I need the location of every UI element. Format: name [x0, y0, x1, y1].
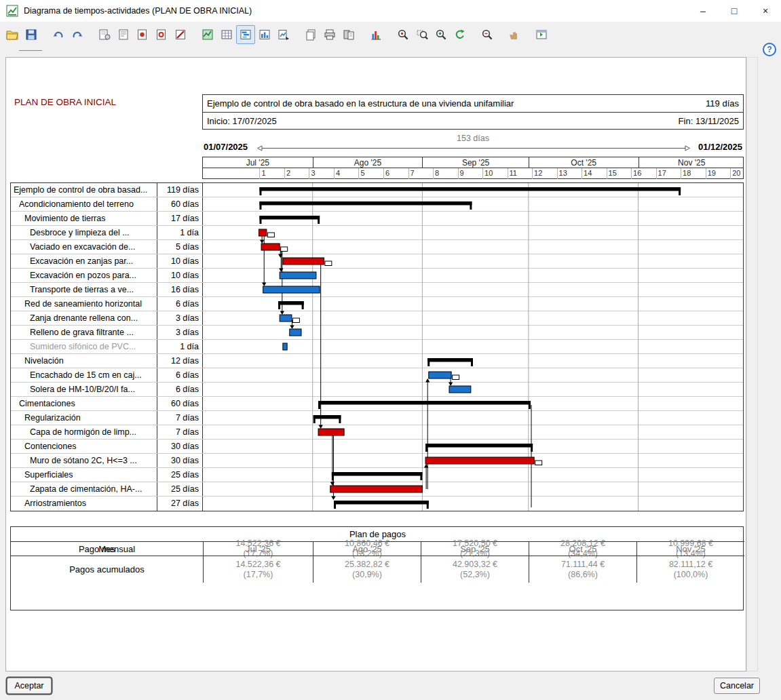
summary-cap	[318, 401, 320, 409]
chart-config-icon[interactable]	[198, 25, 217, 44]
close-button[interactable]: ×	[750, 0, 781, 22]
record-point-alt-icon[interactable]	[152, 25, 171, 44]
summary-cap	[427, 358, 430, 366]
gantt-view-icon[interactable]	[236, 25, 255, 44]
minimize-button[interactable]: –	[687, 0, 719, 22]
record-point-icon[interactable]	[133, 25, 152, 44]
edit-mark-icon[interactable]	[171, 25, 190, 44]
week-tick	[408, 168, 409, 179]
gantt-endbox	[453, 375, 459, 380]
gantt-bar-task	[280, 272, 316, 279]
gantt-bar-task	[259, 229, 266, 236]
summary-cap	[427, 501, 429, 509]
payment-percent: (86,6%)	[568, 570, 598, 580]
week-number: 20	[732, 169, 740, 177]
gantt-bar-task	[429, 372, 451, 378]
month-header: Nov '25	[639, 157, 744, 168]
cancel-button[interactable]: Cancelar	[714, 678, 760, 694]
zoom-out-icon[interactable]	[478, 25, 497, 44]
refresh-icon[interactable]	[451, 25, 470, 44]
column-chart-icon[interactable]	[255, 25, 274, 44]
connector-arrow	[449, 383, 453, 387]
zoom-search-icon[interactable]	[394, 25, 413, 44]
week-tick	[334, 168, 335, 179]
copy-pages-icon[interactable]	[301, 25, 320, 44]
zoom-window-icon[interactable]	[413, 25, 432, 44]
timeline-scale: 01/07/2025 153 días 01/12/2025	[202, 134, 744, 157]
payment-percent: (17,7%)	[244, 570, 273, 580]
report-settings-icon[interactable]	[95, 25, 114, 44]
task-duration: 12 días	[157, 354, 203, 368]
payment-cell: 25.382,82 €(30,9%)	[313, 556, 421, 583]
connector-arrow	[290, 326, 294, 330]
help-icon[interactable]: ?	[763, 43, 776, 56]
task-duration: 10 días	[157, 254, 203, 268]
month-header: Jul '25	[203, 157, 313, 168]
week-number: 16	[633, 169, 641, 177]
summary-cap	[339, 415, 341, 423]
project-description: Ejemplo de control de obra basado en la …	[207, 98, 514, 109]
connector-arrow	[262, 283, 266, 287]
payments-table: Plan de pagosMesJul '25Ago '25Sep '25Oct…	[10, 526, 744, 610]
zoom-in-icon[interactable]	[432, 25, 451, 44]
task-duration: 30 días	[157, 440, 203, 453]
table-grid-icon[interactable]	[217, 25, 236, 44]
undo-icon[interactable]	[49, 25, 68, 44]
payment-cell: 14.522,36 €(17,7%)	[203, 541, 313, 556]
maximize-button[interactable]: □	[719, 0, 750, 22]
gantt-bar-summary	[318, 401, 531, 405]
gantt-bar-task	[261, 244, 280, 250]
report-panel: PLAN DE OBRA INICIAL Ejemplo de control …	[5, 57, 746, 672]
printer-icon[interactable]	[320, 25, 339, 44]
save-icon[interactable]	[22, 25, 41, 44]
task-name: Desbroce y limpieza del ...	[11, 226, 157, 239]
vertical-scrollbar[interactable]	[746, 57, 758, 672]
export-view-icon[interactable]	[532, 25, 551, 44]
week-tick	[284, 168, 285, 179]
gantt-bar-summary	[259, 187, 681, 191]
week-number: 8	[435, 169, 439, 177]
task-name: Capa de hormigón de limp...	[11, 425, 157, 439]
week-tick	[582, 168, 582, 179]
summary-cap	[313, 415, 316, 423]
task-duration: 7 días	[157, 411, 203, 425]
summary-cap	[278, 301, 280, 309]
month-header: Sep '25	[422, 157, 528, 168]
gantt-bar-task	[330, 486, 423, 492]
week-number: 12	[534, 169, 542, 177]
gantt-bar-task	[425, 457, 534, 464]
task-name: Vaciado en excavación de...	[11, 240, 157, 254]
week-number: 10	[484, 169, 493, 177]
connector-arrow	[331, 497, 335, 501]
connector-arrow	[330, 482, 335, 486]
task-name: Relleno de grava filtrante ...	[11, 326, 157, 339]
histogram-icon[interactable]	[366, 25, 385, 44]
week-tick	[482, 168, 483, 179]
app-icon	[6, 5, 18, 17]
task-duration: 3 días	[157, 311, 203, 325]
pan-hand-icon[interactable]	[505, 25, 524, 44]
task-name: Cimentaciones	[11, 397, 157, 410]
task-name: Acondicionamiento del terreno	[11, 197, 157, 211]
payment-cell: 10.999,68 €(13,4%)	[636, 541, 744, 556]
summary-cap	[302, 301, 304, 309]
open-folder-icon[interactable]	[3, 25, 22, 44]
chart-export-icon[interactable]	[274, 25, 293, 44]
print-layout-icon[interactable]	[339, 25, 358, 44]
summary-cap	[470, 201, 472, 210]
task-duration: 25 días	[157, 482, 203, 496]
task-name: Arriostramientos	[11, 497, 157, 511]
timeline-span-label: 153 días	[202, 134, 744, 143]
payment-amount: 25.382,82 €	[345, 560, 389, 570]
summary-cap	[259, 201, 261, 210]
page-setup-icon[interactable]	[114, 25, 133, 44]
window-controls: – □ ×	[687, 0, 781, 22]
gantt-header: Jul '25Ago '25Sep '25Oct '25Nov '25 1234…	[202, 157, 744, 179]
week-tick	[458, 168, 459, 179]
summary-cap	[425, 444, 427, 452]
accept-button[interactable]: Aceptar	[7, 678, 52, 694]
redo-icon[interactable]	[68, 25, 87, 44]
task-duration: 17 días	[157, 212, 203, 225]
task-duration: 119 días	[157, 183, 203, 197]
gantt-endbox	[267, 233, 274, 237]
